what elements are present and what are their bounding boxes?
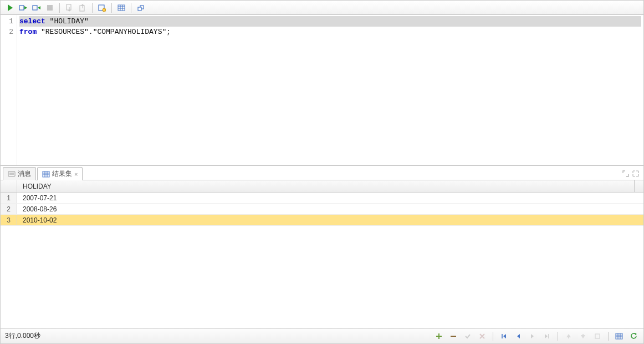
sort-desc-icon xyxy=(577,331,589,342)
svg-marker-0 xyxy=(8,4,13,11)
svg-rect-20 xyxy=(43,171,49,177)
exec-step-icon[interactable] xyxy=(17,2,29,14)
commit-icon xyxy=(462,331,473,342)
code-line: from "RESOURCES"."COMPANYHOLIDAYS"; xyxy=(19,28,171,36)
exec-plan-icon[interactable] xyxy=(30,2,43,14)
rollback-icon xyxy=(477,331,488,342)
svg-marker-2 xyxy=(24,6,27,9)
svg-marker-4 xyxy=(38,6,40,9)
sql-console-window: 1 2 select "HOLIDAY" from "RESOURCES"."C… xyxy=(0,0,644,344)
sql-toolbar xyxy=(1,1,643,15)
run-icon[interactable] xyxy=(4,2,16,14)
svg-rect-34 xyxy=(616,333,622,339)
grid-body[interactable]: 1 2007-07-21 2 2008-08-26 3 2010-10-02 xyxy=(1,193,643,328)
svg-rect-10 xyxy=(118,5,125,11)
row-number: 1 xyxy=(1,193,17,203)
svg-rect-32 xyxy=(582,334,584,335)
svg-rect-7 xyxy=(80,6,84,11)
row-number: 3 xyxy=(1,215,17,225)
tab-messages[interactable]: 消息 xyxy=(3,167,36,180)
row-header-corner xyxy=(1,180,17,192)
svg-marker-31 xyxy=(581,335,585,338)
add-row-icon[interactable] xyxy=(433,331,444,342)
svg-marker-29 xyxy=(566,334,571,337)
next-page-icon xyxy=(527,331,538,342)
cell[interactable]: 2007-07-21 xyxy=(17,193,643,203)
remove-row-icon[interactable] xyxy=(448,331,459,342)
first-page-icon[interactable] xyxy=(498,331,509,342)
tab-label: 结果集 xyxy=(52,169,72,179)
export-sql-icon xyxy=(63,2,75,14)
sql-text: "HOLIDAY" xyxy=(45,17,89,26)
cell[interactable]: 2010-10-02 xyxy=(17,215,643,225)
import-sql-icon xyxy=(76,2,89,14)
column-header[interactable]: HOLIDAY xyxy=(17,180,635,192)
grid-header: HOLIDAY xyxy=(1,180,643,193)
refresh-icon[interactable] xyxy=(628,331,639,342)
clear-sort-icon xyxy=(592,331,603,342)
line-gutter: 1 2 xyxy=(1,15,17,165)
svg-marker-28 xyxy=(545,334,548,338)
line-number: 2 xyxy=(1,27,13,37)
sort-asc-icon xyxy=(563,331,574,342)
svg-point-9 xyxy=(103,8,106,12)
result-tabs: 消息 结果集 × xyxy=(1,166,643,180)
toolbar-separator xyxy=(111,3,112,13)
table-row[interactable]: 2 2008-08-26 xyxy=(1,204,643,215)
sql-text: "RESOURCES"."COMPANYHOLIDAYS"; xyxy=(37,28,171,36)
sql-history-icon[interactable] xyxy=(96,2,108,14)
restore-icon[interactable] xyxy=(632,170,639,179)
svg-rect-30 xyxy=(568,337,569,338)
toolbar-separator xyxy=(59,3,60,13)
sql-keyword: from xyxy=(19,28,37,36)
maximize-icon[interactable] xyxy=(622,170,629,179)
tab-results[interactable]: 结果集 × xyxy=(37,167,83,180)
svg-marker-25 xyxy=(503,334,506,338)
result-grid: HOLIDAY 1 2007-07-21 2 2008-08-26 3 2010… xyxy=(1,180,643,328)
tab-label: 消息 xyxy=(18,169,31,179)
status-text: 3行,0.000秒 xyxy=(5,331,40,341)
close-icon[interactable]: × xyxy=(74,171,78,178)
pin-result-icon[interactable] xyxy=(135,2,147,14)
line-number: 1 xyxy=(1,16,13,27)
svg-rect-16 xyxy=(138,7,141,11)
code-line: select "HOLIDAY" xyxy=(19,16,641,27)
prev-page-icon[interactable] xyxy=(513,331,524,342)
svg-rect-33 xyxy=(595,334,600,338)
stop-icon xyxy=(44,2,56,14)
sql-keyword: select xyxy=(19,17,45,26)
row-number: 2 xyxy=(1,204,17,214)
svg-marker-26 xyxy=(517,334,520,338)
toolbar-separator xyxy=(92,3,93,13)
sql-editor: 1 2 select "HOLIDAY" from "RESOURCES"."C… xyxy=(1,15,643,166)
toolbar-separator xyxy=(131,3,131,13)
table-row[interactable]: 1 2007-07-21 xyxy=(1,193,643,204)
svg-rect-6 xyxy=(67,4,71,10)
table-row[interactable]: 3 2010-10-02 xyxy=(1,215,643,226)
svg-rect-5 xyxy=(47,5,53,11)
grid-settings-icon[interactable] xyxy=(614,331,625,342)
svg-rect-3 xyxy=(33,6,37,10)
status-bar: 3行,0.000秒 xyxy=(1,328,643,343)
svg-marker-27 xyxy=(531,334,534,338)
grid-view-icon[interactable] xyxy=(115,2,127,14)
cell[interactable]: 2008-08-26 xyxy=(17,204,643,214)
svg-marker-39 xyxy=(635,333,637,335)
sql-editor-body[interactable]: 1 2 select "HOLIDAY" from "RESOURCES"."C… xyxy=(1,15,643,165)
grid-scroll-spacer xyxy=(635,180,643,192)
svg-rect-1 xyxy=(19,6,24,10)
last-page-icon xyxy=(541,331,553,342)
code-area[interactable]: select "HOLIDAY" from "RESOURCES"."COMPA… xyxy=(17,15,643,165)
